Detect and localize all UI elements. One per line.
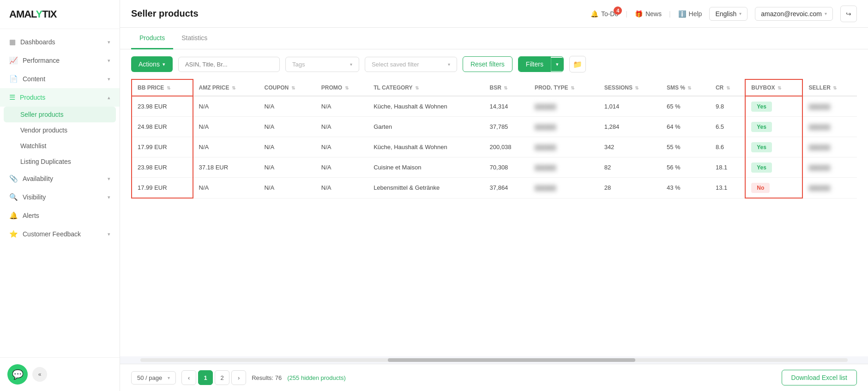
saved-filter-dropdown[interactable]: Select saved filter ▾ (365, 57, 457, 72)
cell-seller: ██████ (802, 178, 857, 199)
tabs: Products Statistics (120, 28, 868, 49)
sidebar-item-customer-feedback[interactable]: ⭐ Customer Feedback ▾ (0, 225, 120, 243)
sidebar-item-label: Visibility (23, 193, 46, 201)
table-row: 23.98 EUR N/A N/A N/A Küche, Haushalt & … (132, 96, 857, 117)
logout-button[interactable]: ↪ (840, 6, 857, 22)
sidebar-subitem-watchlist[interactable]: Watchlist (0, 138, 120, 154)
col-header-cr[interactable]: CR ⇅ (710, 79, 745, 96)
hidden-products-link[interactable]: (255 hidden products) (287, 374, 345, 381)
help-button[interactable]: ℹ️ Help (678, 10, 702, 18)
cell-prod-type: ██████ (529, 157, 599, 178)
sort-icon: ⇅ (571, 85, 574, 90)
sort-icon: ⇅ (415, 85, 419, 90)
cell-sms-pct: 64 % (661, 117, 710, 137)
filters-button[interactable]: Filters ▾ (518, 56, 564, 72)
cell-tl-category: Cuisine et Maison (368, 157, 484, 178)
cell-prod-type: ██████ (529, 178, 599, 199)
prev-page-button[interactable]: ‹ (181, 370, 196, 385)
cell-bb-price: 17.99 EUR (132, 178, 193, 199)
sort-icon: ⇅ (232, 85, 235, 90)
buybox-badge: No (751, 183, 770, 193)
cell-prod-type: ██████ (529, 137, 599, 157)
sidebar-item-alerts[interactable]: 🔔 Alerts (0, 206, 120, 225)
cell-seller: ██████ (802, 96, 857, 117)
cell-buybox: Yes (745, 96, 802, 117)
tags-dropdown[interactable]: Tags ▾ (285, 57, 359, 72)
sidebar-subitem-seller-products[interactable]: Seller products (4, 107, 116, 122)
sidebar-item-dashboards[interactable]: ▦ Dashboards ▾ (0, 33, 120, 51)
col-header-buybox[interactable]: BUYBOX ⇅ (745, 79, 802, 96)
scrollbar-thumb[interactable] (388, 358, 635, 362)
language-selector[interactable]: English ▾ (709, 7, 747, 21)
tab-products-label: Products (139, 34, 165, 42)
cell-sessions: 82 (599, 157, 661, 178)
cell-tl-category: Lebensmittel & Getränke (368, 178, 484, 199)
tab-products[interactable]: Products (131, 28, 173, 49)
chevron-down-icon: ▾ (108, 231, 110, 237)
sidebar-item-products[interactable]: ☰ Products ▴ (0, 88, 120, 107)
col-header-promo[interactable]: PROMO ⇅ (316, 79, 368, 96)
col-header-bb-price[interactable]: BB PRICE ⇅ (132, 79, 193, 96)
cell-promo: N/A (316, 96, 368, 117)
sidebar-item-performance[interactable]: 📈 Performance ▾ (0, 51, 120, 70)
col-header-coupon[interactable]: COUPON ⇅ (259, 79, 315, 96)
content-area: Products Statistics Actions ▾ Tags ▾ Sel… (120, 28, 868, 391)
cell-prod-type: ██████ (529, 117, 599, 137)
buybox-badge: Yes (751, 162, 772, 173)
lang-label: English (715, 10, 736, 18)
tags-label: Tags (292, 61, 305, 68)
dashboards-icon: ▦ (9, 38, 16, 46)
sidebar-subitem-listing-duplicates[interactable]: Listing Duplicates (0, 154, 120, 169)
page-1-button[interactable]: 1 (198, 370, 213, 385)
search-input[interactable] (178, 57, 280, 72)
cell-amz-price: N/A (193, 117, 259, 137)
news-button[interactable]: 🎁 News (635, 10, 662, 18)
filters-label: Filters (518, 57, 551, 72)
download-excel-button[interactable]: Download Excel list (782, 370, 857, 385)
chat-button[interactable]: 💬 (7, 364, 28, 385)
sidebar-item-visibility[interactable]: 🔍 Visibility ▾ (0, 188, 120, 206)
sidebar-item-label: Customer Feedback (23, 230, 81, 238)
chevron-down-icon: ▾ (163, 61, 165, 67)
sidebar-subitem-vendor-products[interactable]: Vendor products (0, 122, 120, 138)
folder-icon: 📁 (573, 60, 582, 69)
sidebar-subitem-label: Vendor products (20, 126, 67, 134)
cell-bb-price: 17.99 EUR (132, 137, 193, 157)
tab-statistics[interactable]: Statistics (173, 28, 216, 49)
collapse-sidebar-button[interactable]: « (32, 367, 47, 382)
col-header-sessions[interactable]: SESSIONS ⇅ (599, 79, 661, 96)
col-header-amz-price[interactable]: AMZ PRICE ⇅ (193, 79, 259, 96)
account-selector[interactable]: amazon@revoic.com ▾ (755, 7, 833, 21)
next-page-button[interactable]: › (231, 370, 246, 385)
todo-button[interactable]: 🔔 To-Do 4 (591, 10, 618, 18)
sidebar-item-availability[interactable]: 📎 Availability ▾ (0, 169, 120, 188)
cell-seller: ██████ (802, 137, 857, 157)
col-header-bsr[interactable]: BSR ⇅ (484, 79, 529, 96)
cell-tl-category: Küche, Haushalt & Wohnen (368, 137, 484, 157)
col-header-prod-type[interactable]: PROD. TYPE ⇅ (529, 79, 599, 96)
cell-amz-price: N/A (193, 137, 259, 157)
page-size-dropdown[interactable]: 50 / page ▾ (131, 371, 176, 385)
chevron-down-icon: ▾ (108, 58, 110, 64)
chevron-down-icon: ▾ (551, 58, 563, 71)
actions-button[interactable]: Actions ▾ (131, 56, 173, 72)
separator: | (626, 10, 627, 18)
reset-filters-button[interactable]: Reset filters (463, 56, 512, 72)
cell-bsr: 37,864 (484, 178, 529, 199)
col-header-seller[interactable]: SELLER ⇅ (802, 79, 857, 96)
sidebar-subitem-label: Seller products (20, 111, 63, 118)
folder-button[interactable]: 📁 (569, 56, 586, 72)
col-header-sms-pct[interactable]: SMS % ⇅ (661, 79, 710, 96)
sidebar-item-content[interactable]: 📄 Content ▾ (0, 70, 120, 88)
col-header-tl-category[interactable]: TL CATEGORY ⇅ (368, 79, 484, 96)
cell-sms-pct: 56 % (661, 157, 710, 178)
cell-bb-price: 24.98 EUR (132, 117, 193, 137)
cell-coupon: N/A (259, 157, 315, 178)
chevron-down-icon: ▾ (739, 11, 741, 16)
sort-icon: ⇅ (726, 85, 730, 90)
cell-cr: 6.5 (710, 117, 745, 137)
horizontal-scrollbar[interactable] (120, 356, 868, 364)
products-table: BB PRICE ⇅ AMZ PRICE ⇅ COUPON ⇅ PROMO (131, 79, 857, 199)
page-2-button[interactable]: 2 (215, 370, 229, 385)
email-label: amazon@revoic.com (761, 10, 822, 18)
